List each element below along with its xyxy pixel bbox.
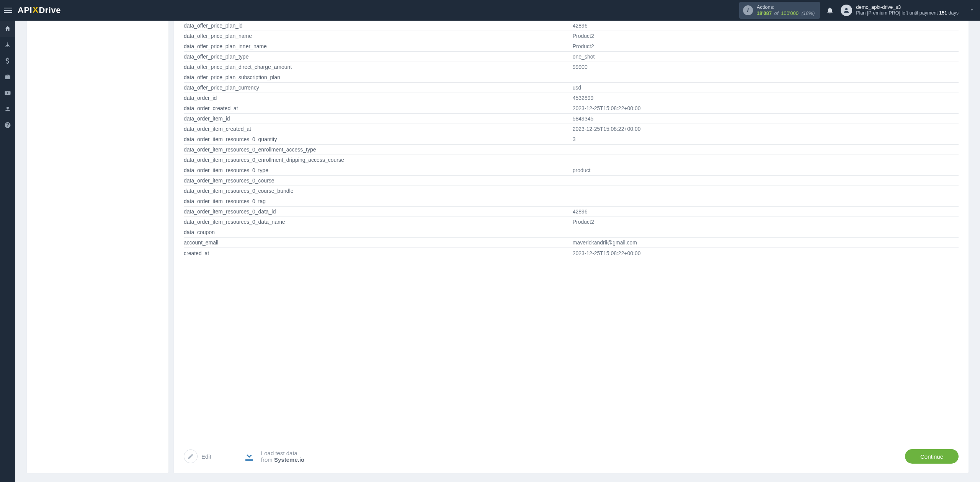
plan-name: Premium PRO: [868, 10, 899, 16]
data-key: account_email: [184, 239, 564, 246]
actions-text: Actions: 18'087 of 100'000 (18%): [757, 4, 815, 16]
data-row: data_order_item_resources_0_typeproduct: [184, 165, 959, 176]
data-key: data_order_created_at: [184, 105, 564, 111]
actions-counter[interactable]: i Actions: 18'087 of 100'000 (18%): [739, 2, 820, 18]
data-value: 2023-12-25T15:08:22+00:00: [573, 250, 959, 256]
data-key: data_order_item_created_at: [184, 126, 564, 132]
actions-total: 100'000: [781, 10, 799, 16]
data-row: data_offer_price_plan_typeone_shot: [184, 52, 959, 62]
data-row: data_order_item_resources_0_course_bundl…: [184, 186, 959, 196]
sidebar: [0, 21, 15, 482]
data-row: account_emailmaverickandrii@gmail.com: [184, 238, 959, 248]
data-value: 42896: [573, 208, 959, 215]
menu-toggle[interactable]: [4, 8, 12, 13]
user-text: demo_apix-drive_s3 Plan |Premium PRO| le…: [856, 4, 959, 16]
data-row: data_order_id4532899: [184, 93, 959, 103]
data-value: product: [573, 167, 959, 173]
data-key: data_order_item_resources_0_course_bundl…: [184, 188, 564, 194]
data-row: data_order_item_resources_0_enrollment_d…: [184, 155, 959, 165]
sidebar-item-account[interactable]: [0, 101, 15, 117]
plan-mid: | left until payment: [899, 10, 939, 16]
data-key: data_offer_price_plan_name: [184, 33, 564, 39]
notifications-icon[interactable]: [826, 7, 834, 14]
data-row: data_order_created_at2023-12-25T15:08:22…: [184, 103, 959, 114]
data-row: data_order_item_resources_0_course: [184, 176, 959, 186]
actions-of: of: [774, 10, 779, 16]
data-key: data_offer_price_plan_type: [184, 54, 564, 60]
data-key: data_offer_price_plan_inner_name: [184, 43, 564, 49]
data-value: Product2: [573, 43, 959, 49]
data-row: data_offer_price_plan_inner_nameProduct2: [184, 41, 959, 52]
data-key: data_order_item_resources_0_type: [184, 167, 564, 173]
data-key: data_order_item_resources_0_data_name: [184, 219, 564, 225]
data-row: data_offer_price_plan_id42896: [184, 21, 959, 31]
avatar-icon: [841, 5, 852, 16]
sidebar-item-connections[interactable]: [0, 37, 15, 53]
data-row: data_offer_price_plan_subscription_plan: [184, 72, 959, 83]
sidebar-item-home[interactable]: [0, 21, 15, 37]
plan-suffix: days: [947, 10, 959, 16]
panel-footer: Edit Load test data from Systeme.io Cont…: [184, 441, 959, 464]
logo[interactable]: API X Drive: [18, 5, 61, 15]
load-line1: Load test data: [261, 450, 304, 456]
data-value: 4532899: [573, 95, 959, 101]
actions-label: Actions:: [757, 4, 815, 10]
data-row: data_order_item_resources_0_tag: [184, 196, 959, 207]
load-source: Systeme.io: [274, 456, 304, 463]
data-row: data_offer_price_plan_currencyusd: [184, 83, 959, 93]
continue-button[interactable]: Continue: [905, 449, 959, 464]
data-table: data_offer_price_plan_id42896data_offer_…: [184, 21, 959, 258]
data-key: data_order_item_resources_0_enrollment_a…: [184, 147, 564, 153]
actions-pct: (18%): [802, 10, 815, 16]
page: data_offer_price_plan_id42896data_offer_…: [15, 21, 980, 482]
data-value: 2023-12-25T15:08:22+00:00: [573, 126, 959, 132]
data-key: data_order_item_resources_0_enrollment_d…: [184, 157, 564, 163]
data-row: data_order_item_resources_0_data_id42896: [184, 207, 959, 217]
data-value: 99900: [573, 64, 959, 70]
load-test-data-button[interactable]: Load test data from Systeme.io: [243, 449, 304, 464]
logo-drive: Drive: [39, 5, 61, 15]
load-text: Load test data from Systeme.io: [261, 450, 304, 463]
data-value: 42896: [573, 23, 959, 29]
data-key: data_order_item_resources_0_tag: [184, 198, 564, 204]
left-panel: [27, 21, 168, 473]
chevron-down-icon: [969, 7, 975, 14]
sidebar-item-billing[interactable]: [0, 53, 15, 69]
load-line2: from Systeme.io: [261, 456, 304, 463]
data-value: Product2: [573, 33, 959, 39]
data-key: data_offer_price_plan_currency: [184, 85, 564, 91]
edit-button[interactable]: Edit: [184, 449, 211, 463]
data-value: 3: [573, 136, 959, 142]
sidebar-item-video[interactable]: [0, 85, 15, 101]
data-key: data_order_item_resources_0_course: [184, 177, 564, 184]
load-from: from: [261, 456, 274, 463]
data-row: data_order_item_resources_0_enrollment_a…: [184, 145, 959, 155]
topbar: API X Drive i Actions: 18'087 of 100'000…: [0, 0, 980, 21]
data-value: usd: [573, 85, 959, 91]
plan-days: 151: [939, 10, 947, 16]
edit-label: Edit: [201, 453, 211, 460]
data-row: data_order_item_id5849345: [184, 114, 959, 124]
data-row: data_order_item_resources_0_data_namePro…: [184, 217, 959, 227]
data-row: data_coupon: [184, 227, 959, 238]
data-row: data_offer_price_plan_direct_charge_amou…: [184, 62, 959, 72]
data-value: 5849345: [573, 116, 959, 122]
sidebar-item-help[interactable]: [0, 117, 15, 133]
data-value: 2023-12-25T15:08:22+00:00: [573, 105, 959, 111]
info-icon: i: [743, 5, 753, 15]
data-key: data_offer_price_plan_direct_charge_amou…: [184, 64, 564, 70]
data-row: data_order_item_resources_0_quantity3: [184, 134, 959, 145]
data-key: data_offer_price_plan_subscription_plan: [184, 74, 564, 80]
logo-x: X: [33, 5, 38, 15]
pencil-icon: [184, 449, 198, 463]
user-menu[interactable]: demo_apix-drive_s3 Plan |Premium PRO| le…: [841, 4, 975, 16]
logo-api: API: [18, 5, 32, 15]
sidebar-item-work[interactable]: [0, 69, 15, 85]
data-row: data_offer_price_plan_nameProduct2: [184, 31, 959, 41]
plan-prefix: Plan |: [856, 10, 868, 16]
download-icon: [243, 449, 256, 464]
plan-line: Plan |Premium PRO| left until payment 15…: [856, 10, 959, 16]
data-value: Product2: [573, 219, 959, 225]
data-row: created_at2023-12-25T15:08:22+00:00: [184, 248, 959, 258]
username: demo_apix-drive_s3: [856, 4, 959, 10]
